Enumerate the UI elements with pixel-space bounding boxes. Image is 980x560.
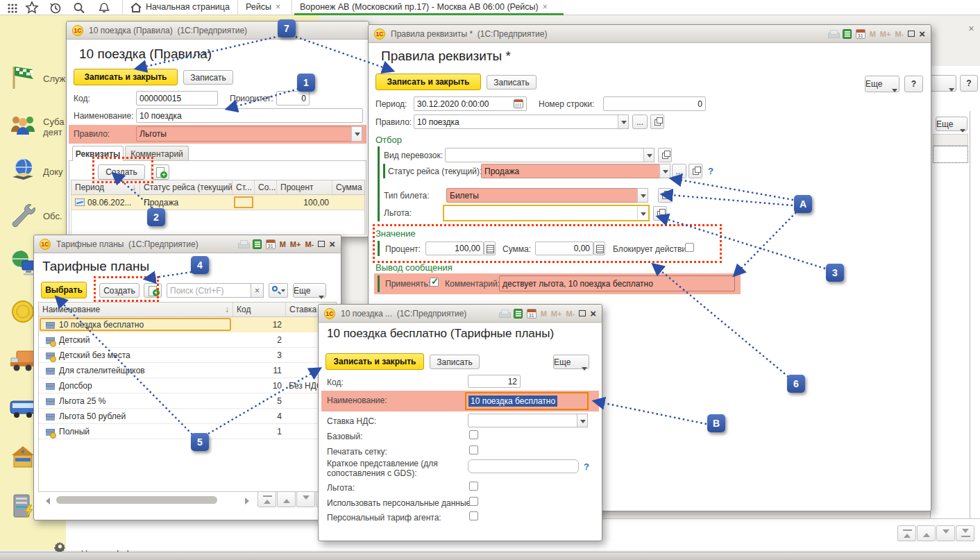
sidebar-globe-docs-icon[interactable] [8, 156, 37, 185]
sidebar-label[interactable]: Доку [43, 167, 63, 177]
maximize-icon[interactable] [318, 241, 325, 247]
memory-plus-button[interactable]: M+ [290, 240, 301, 248]
print-icon[interactable] [499, 309, 509, 318]
history-icon[interactable] [49, 1, 62, 15]
print-icon[interactable] [238, 240, 248, 248]
benefit-checkbox[interactable] [469, 482, 478, 491]
period-field[interactable]: 30.12.2020 0:00:00 [414, 96, 527, 111]
gds-help-icon[interactable]: ? [584, 461, 589, 472]
memory-minus-button[interactable]: M- [566, 309, 575, 318]
benefit-dropdown-button[interactable] [637, 207, 648, 219]
more-button[interactable]: Еще [865, 76, 899, 92]
line-number-field[interactable]: 0 [603, 96, 706, 111]
scroll-down-button[interactable] [936, 525, 955, 541]
transport-type-field[interactable] [445, 148, 644, 162]
bg-help-button[interactable]: ? [960, 75, 978, 92]
calculator-icon[interactable] [253, 239, 262, 249]
bg-table-selected-row[interactable] [933, 146, 968, 163]
save-and-close-button[interactable]: Записать и закрыть [326, 353, 424, 370]
benefit-field-focus[interactable] [443, 205, 650, 221]
tab-close-icon[interactable]: × [543, 2, 548, 12]
save-and-close-button[interactable]: Записать и закрыть [74, 69, 178, 85]
more-button[interactable]: Еще [293, 283, 326, 298]
memory-plus-button[interactable]: M+ [880, 30, 891, 38]
memory-minus-button[interactable]: M- [895, 30, 904, 38]
maximize-icon[interactable] [908, 31, 915, 37]
sidebar-label[interactable]: Обс. [43, 211, 62, 221]
calendar-icon[interactable]: 31 [527, 309, 537, 319]
ticket-dropdown-button[interactable] [637, 188, 648, 203]
rule-dropdown-button[interactable] [618, 114, 629, 129]
open-icon[interactable] [658, 148, 672, 162]
scrollbar-thumb[interactable] [56, 496, 217, 504]
panel-close-icon[interactable]: × [968, 22, 974, 34]
apply-checkbox[interactable] [430, 278, 439, 287]
window-titlebar[interactable]: 1С 10 поездка ... (1С:Предприятие) 31 M … [319, 305, 602, 323]
row-selected-cell[interactable] [234, 196, 253, 208]
print-icon[interactable] [828, 30, 838, 38]
open-icon[interactable] [688, 164, 702, 178]
list-item[interactable]: Льгота 25 % 5 [38, 393, 337, 409]
memory-minus-button[interactable]: M- [305, 240, 314, 248]
scroll-last-button[interactable] [956, 525, 974, 541]
rule-choose-button[interactable]: ... [632, 114, 648, 129]
sidebar-wrench-icon[interactable] [8, 200, 37, 229]
ticket-type-field[interactable]: Билеты [446, 188, 638, 203]
memory-plus-button[interactable]: M+ [551, 309, 562, 318]
search-icon[interactable] [72, 1, 86, 15]
comment-field[interactable]: дествует льгота, 10 поездка бесплатно [499, 275, 735, 291]
calculator-icon[interactable] [843, 29, 852, 39]
name-field[interactable]: 10 поездка [136, 108, 363, 123]
status-dropdown-button[interactable] [659, 164, 670, 178]
calendar-icon[interactable]: 31 [266, 239, 276, 249]
tab-close-icon[interactable]: × [276, 2, 280, 12]
window-titlebar[interactable]: 1С Правила реквизиты * (1С:Предприятие) … [369, 25, 931, 43]
list-item[interactable]: Допсбор 10 Без НДС [38, 378, 337, 393]
sidebar-label[interactable]: Суба [43, 117, 64, 127]
go-down-button[interactable] [296, 491, 315, 507]
tab-home[interactable]: Начальная страница [146, 0, 230, 15]
scroll-left-icon[interactable] [42, 498, 50, 504]
list-item-selected[interactable]: 10 поездка бесплатно 12 [38, 317, 337, 332]
go-first-button[interactable] [257, 491, 276, 507]
rule-field[interactable]: 10 поездка [414, 114, 618, 129]
memory-button[interactable]: M [280, 240, 286, 248]
choose-button[interactable]: Выбрать [41, 282, 87, 298]
list-item[interactable]: Льгота 50 рублей 4 [38, 409, 337, 424]
vat-dropdown-button[interactable] [577, 414, 588, 427]
code-field[interactable]: 000000015 [136, 91, 218, 105]
horizontal-scrollbar[interactable] [42, 495, 251, 506]
bg-more2-button[interactable]: Еще [936, 117, 968, 131]
open-icon[interactable] [653, 206, 667, 221]
gds-field[interactable] [468, 459, 579, 473]
rule-dropdown-button[interactable] [351, 126, 362, 142]
list-item[interactable]: Для сталелитейщиков 11 [38, 363, 337, 378]
more-button[interactable]: Еще [553, 355, 589, 369]
close-icon[interactable]: × [919, 31, 925, 37]
close-icon[interactable]: × [590, 310, 596, 317]
save-and-close-button[interactable]: Записать и закрыть [375, 74, 481, 90]
add-copy-icon[interactable] [151, 164, 169, 180]
search-clear-button[interactable]: × [251, 283, 264, 298]
search-input[interactable]: Поиск (Ctrl+F) [167, 283, 251, 298]
go-up-button[interactable] [277, 491, 296, 507]
priority-field[interactable]: 0 [276, 91, 310, 105]
code-field[interactable]: 12 [468, 375, 521, 388]
maximize-icon[interactable] [579, 310, 586, 316]
sidebar-label[interactable]: деят [43, 127, 62, 137]
vat-field[interactable] [468, 414, 577, 427]
window-titlebar[interactable]: 1С 10 поездка (Правила) (1С:Предприятие) [67, 22, 369, 40]
transport-dropdown-button[interactable] [643, 148, 654, 162]
favorites-star-icon[interactable] [25, 1, 39, 15]
flight-status-field[interactable]: Продажа [481, 164, 660, 178]
tab-flights[interactable]: Рейсы× [246, 0, 280, 15]
notifications-bell-icon[interactable] [97, 1, 111, 15]
list-item[interactable]: Полный 1 [38, 424, 337, 439]
memory-button[interactable]: M [541, 309, 547, 318]
base-checkbox[interactable] [469, 430, 478, 439]
list-item[interactable]: Детский без места 3 [38, 348, 337, 363]
personal-data-checkbox[interactable] [469, 497, 478, 506]
agent-tariff-checkbox[interactable] [469, 511, 478, 520]
home-icon[interactable] [129, 1, 143, 15]
memory-button[interactable]: M [870, 30, 876, 38]
